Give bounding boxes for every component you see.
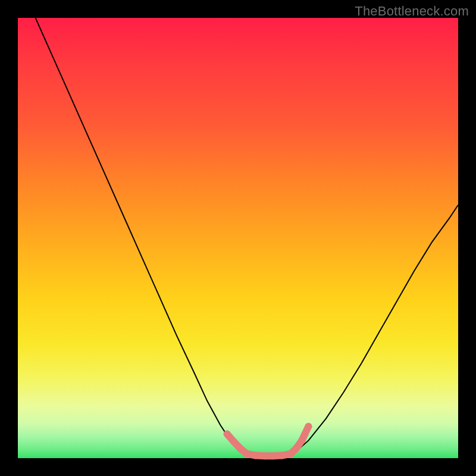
curve-group bbox=[36, 18, 458, 457]
trough-marker bbox=[305, 423, 312, 430]
plot-area bbox=[18, 18, 458, 458]
chart-svg bbox=[18, 18, 458, 458]
chart-frame: TheBottleneck.com bbox=[0, 0, 476, 476]
bottleneck-curve bbox=[36, 18, 458, 457]
watermark-text: TheBottleneck.com bbox=[355, 4, 469, 19]
marker-group bbox=[222, 422, 313, 460]
